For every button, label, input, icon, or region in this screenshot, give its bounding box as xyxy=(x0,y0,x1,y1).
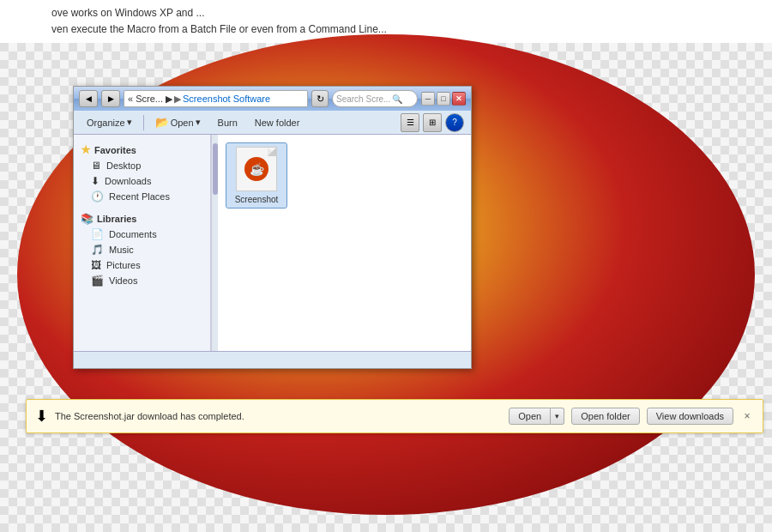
open-button[interactable]: 📂 Open ▾ xyxy=(149,113,207,131)
explorer-window: ◀ ▶ « Scre... ▶ ▶ Screenshot Software ↻ … xyxy=(73,86,472,369)
sidebar-item-recent[interactable]: 🕐 Recent Places xyxy=(74,189,210,204)
new-folder-label: New folder xyxy=(255,118,300,128)
forward-button[interactable]: ▶ xyxy=(101,90,120,107)
favorites-section: ★ Favorites 🖥 Desktop ⬇ Downloads 🕐 Rece… xyxy=(74,142,210,204)
toolbar: Organize ▾ 📂 Open ▾ Burn New folder ☰ ⊞ … xyxy=(74,111,471,135)
top-text-line1: ove works on Windows XP and ... xyxy=(51,5,721,21)
status-bar xyxy=(74,351,471,368)
music-icon: 🎵 xyxy=(91,244,104,256)
back-button[interactable]: ◀ xyxy=(79,90,98,107)
view-downloads-button[interactable]: View downloads xyxy=(647,408,733,425)
view-toggle-button[interactable]: ⊞ xyxy=(423,113,442,132)
file-area: ☕ Screenshot xyxy=(218,135,471,351)
search-icon: 🔍 xyxy=(392,94,402,104)
file-icon-screenshot: ☕ xyxy=(236,147,277,191)
view-options-button[interactable]: ☰ xyxy=(401,113,419,132)
sidebar-item-videos[interactable]: 🎬 Videos xyxy=(74,273,210,288)
libraries-section: 📚 Libraries 📄 Documents 🎵 Music 🖼 Pictur… xyxy=(74,211,210,288)
open-folder-icon: 📂 xyxy=(155,116,169,129)
toolbar-separator-1 xyxy=(143,115,144,130)
open-dropdown-button[interactable]: ▾ xyxy=(551,408,564,425)
sidebar-item-downloads[interactable]: ⬇ Downloads xyxy=(74,173,210,189)
sidebar-recent-label: Recent Places xyxy=(109,191,170,202)
favorites-star-icon: ★ xyxy=(81,143,91,156)
sidebar-pictures-label: Pictures xyxy=(106,260,141,270)
close-notification-button[interactable]: × xyxy=(740,409,754,423)
sidebar-videos-label: Videos xyxy=(109,275,137,286)
address-current: Screenshot Software xyxy=(183,94,270,104)
address-prefix: « Scre... ▶ xyxy=(128,94,172,105)
documents-icon: 📄 xyxy=(91,228,104,240)
scroll-thumb xyxy=(213,143,218,195)
address-arrow: ▶ xyxy=(174,94,181,105)
download-notification-bar: ⬇ The Screenshot.jar download has comple… xyxy=(26,399,763,433)
download-message: The Screenshot.jar download has complete… xyxy=(55,411,502,421)
download-complete-icon: ⬇ xyxy=(35,407,48,426)
java-logo-icon: ☕ xyxy=(244,157,268,181)
sidebar-documents-label: Documents xyxy=(109,229,157,239)
organize-button[interactable]: Organize ▾ xyxy=(81,114,138,130)
sidebar-scrollbar[interactable] xyxy=(211,135,218,351)
desktop-icon: 🖥 xyxy=(91,160,101,172)
refresh-button[interactable]: ↻ xyxy=(311,90,329,107)
sidebar-item-desktop[interactable]: 🖥 Desktop xyxy=(74,158,210,173)
burn-label: Burn xyxy=(218,118,238,128)
pictures-icon: 🖼 xyxy=(91,259,101,271)
organize-arrow-icon: ▾ xyxy=(127,117,132,128)
sidebar-desktop-label: Desktop xyxy=(106,160,141,171)
new-folder-button[interactable]: New folder xyxy=(249,115,306,130)
file-item-screenshot[interactable]: ☕ Screenshot xyxy=(226,143,286,208)
sidebar-music-label: Music xyxy=(109,245,134,255)
title-bar: ◀ ▶ « Scre... ▶ ▶ Screenshot Software ↻ … xyxy=(74,87,471,111)
open-label: Open xyxy=(171,118,194,128)
downloads-icon: ⬇ xyxy=(91,175,100,187)
libraries-header: 📚 Libraries xyxy=(74,211,210,227)
favorites-header: ★ Favorites xyxy=(74,142,210,158)
organize-label: Organize xyxy=(87,118,125,128)
minimize-button[interactable]: ─ xyxy=(421,92,435,106)
explorer-content: ★ Favorites 🖥 Desktop ⬇ Downloads 🕐 Rece… xyxy=(74,135,471,351)
videos-icon: 🎬 xyxy=(91,275,104,287)
sidebar: ★ Favorites 🖥 Desktop ⬇ Downloads 🕐 Rece… xyxy=(74,135,211,351)
open-button-group: Open ▾ xyxy=(509,408,564,425)
open-file-button[interactable]: Open xyxy=(509,408,551,425)
address-bar[interactable]: « Scre... ▶ ▶ Screenshot Software xyxy=(124,90,308,107)
open-folder-button[interactable]: Open folder xyxy=(571,408,639,425)
search-box[interactable]: Search Scre... 🔍 xyxy=(332,90,418,107)
sidebar-downloads-label: Downloads xyxy=(105,176,151,186)
libraries-label: Libraries xyxy=(97,214,136,224)
recent-places-icon: 🕐 xyxy=(91,190,104,203)
toolbar-right: ☰ ⊞ ? xyxy=(401,113,464,132)
close-button[interactable]: ✕ xyxy=(452,92,466,106)
file-label-screenshot: Screenshot xyxy=(235,195,279,204)
sidebar-item-pictures[interactable]: 🖼 Pictures xyxy=(74,257,210,273)
open-arrow-icon: ▾ xyxy=(196,117,201,128)
burn-button[interactable]: Burn xyxy=(212,115,244,130)
sidebar-item-documents[interactable]: 📄 Documents xyxy=(74,227,210,242)
sidebar-item-music[interactable]: 🎵 Music xyxy=(74,242,210,257)
maximize-button[interactable]: □ xyxy=(437,92,450,106)
search-placeholder: Search Scre... xyxy=(336,94,390,104)
libraries-icon: 📚 xyxy=(81,213,93,225)
help-button[interactable]: ? xyxy=(445,113,464,132)
window-controls: ─ □ ✕ xyxy=(421,92,466,106)
favorites-label: Favorites xyxy=(94,145,136,155)
